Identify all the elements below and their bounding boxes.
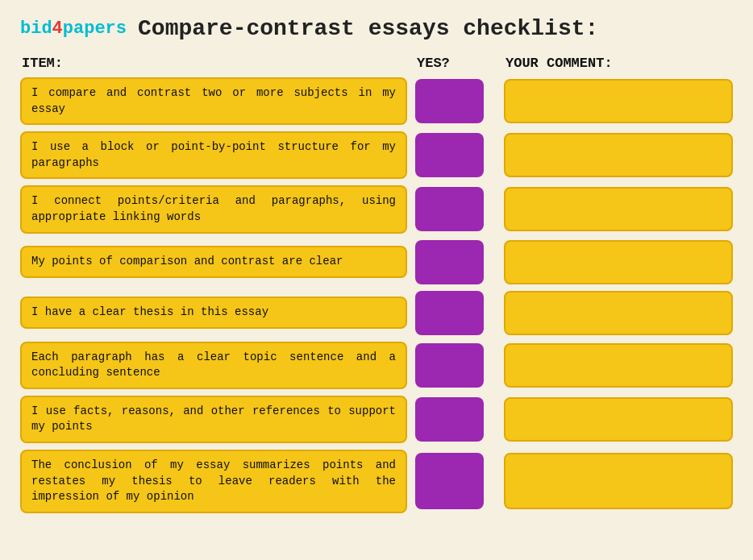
page-header: bid4papers Compare-contrast essays check… <box>20 16 733 41</box>
comment-cell-5[interactable] <box>504 343 733 388</box>
item-cell-5: Each paragraph has a clear topic sentenc… <box>20 342 407 389</box>
table-row: The conclusion of my essay summarizes po… <box>20 450 733 513</box>
logo-bid: bid <box>20 19 52 39</box>
column-headers: ITEM: YES? YOUR COMMENT: <box>20 56 733 71</box>
comment-cell-4[interactable] <box>504 291 733 335</box>
comment-cell-6[interactable] <box>504 397 733 442</box>
logo: bid4papers <box>20 19 127 39</box>
yes-cell-5[interactable] <box>415 343 484 388</box>
yes-cell-6[interactable] <box>415 397 484 442</box>
table-row: I have a clear thesis in this essay <box>20 291 733 335</box>
table-row: I compare and contrast two or more subje… <box>20 77 733 125</box>
checklist: I compare and contrast two or more subje… <box>20 77 733 513</box>
table-row: Each paragraph has a clear topic sentenc… <box>20 342 733 389</box>
item-cell-1: I use a block or point-by-point structur… <box>20 131 407 179</box>
yes-cell-7[interactable] <box>415 453 484 509</box>
logo-papers: papers <box>63 19 127 39</box>
comment-cell-0[interactable] <box>504 79 733 123</box>
item-cell-2: I connect points/criteria and paragraphs… <box>20 185 407 233</box>
yes-cell-4[interactable] <box>415 291 484 335</box>
table-row: My points of comparison and contrast are… <box>20 240 733 284</box>
table-row: I use a block or point-by-point structur… <box>20 131 733 179</box>
table-row: I connect points/criteria and paragraphs… <box>20 185 733 233</box>
comment-cell-1[interactable] <box>504 133 733 177</box>
page-title: Compare-contrast essays checklist: <box>138 16 598 41</box>
item-cell-0: I compare and contrast two or more subje… <box>20 77 407 125</box>
item-cell-6: I use facts, reasons, and other referenc… <box>20 396 407 443</box>
yes-cell-2[interactable] <box>415 187 484 231</box>
yes-cell-3[interactable] <box>415 240 484 284</box>
col-header-item: ITEM: <box>22 56 409 71</box>
yes-cell-0[interactable] <box>415 79 484 123</box>
comment-cell-2[interactable] <box>504 187 733 231</box>
item-cell-7: The conclusion of my essay summarizes po… <box>20 450 407 513</box>
yes-cell-1[interactable] <box>415 133 484 177</box>
table-row: I use facts, reasons, and other referenc… <box>20 396 733 443</box>
item-cell-3: My points of comparison and contrast are… <box>20 246 407 278</box>
item-cell-4: I have a clear thesis in this essay <box>20 297 407 329</box>
col-header-comment: YOUR COMMENT: <box>505 56 733 71</box>
logo-4: 4 <box>52 19 63 39</box>
col-header-yes: YES? <box>417 56 497 71</box>
comment-cell-3[interactable] <box>504 240 733 284</box>
comment-cell-7[interactable] <box>504 453 733 509</box>
